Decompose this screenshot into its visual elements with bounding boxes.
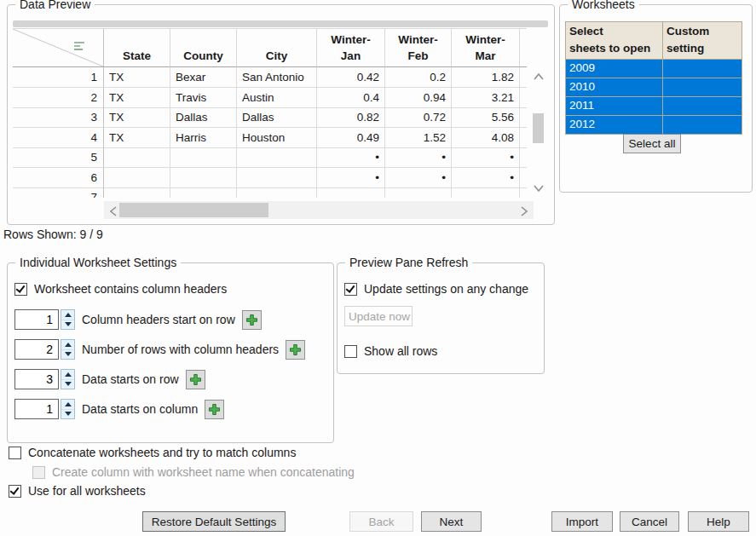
spinner-up-icon[interactable] bbox=[61, 340, 74, 349]
column-headers-start-row-input[interactable] bbox=[14, 309, 59, 330]
column-header-winter-jan[interactable]: Winter- Jan bbox=[317, 29, 385, 67]
column-header-winter-feb[interactable]: Winter- Feb bbox=[385, 29, 452, 67]
chevron-up-icon[interactable] bbox=[534, 73, 544, 80]
spinner-up-icon[interactable] bbox=[61, 370, 74, 379]
cell-winter-feb: 1.52 bbox=[385, 128, 452, 148]
spinner-up-icon[interactable] bbox=[61, 310, 74, 320]
spinner-down-icon[interactable] bbox=[61, 320, 74, 330]
next-button[interactable]: Next bbox=[421, 511, 482, 532]
cell-city: Austin bbox=[237, 88, 317, 108]
table-row[interactable]: 5 • • • bbox=[13, 147, 527, 168]
vertical-scrollbar-thumb[interactable] bbox=[533, 113, 544, 143]
spinner-label: Data starts on row bbox=[82, 372, 179, 386]
checkbox-checked[interactable] bbox=[344, 283, 357, 296]
worksheet-name: 2009 bbox=[566, 60, 663, 78]
custom-setting-cell bbox=[663, 78, 742, 96]
spinner-down-icon[interactable] bbox=[61, 379, 74, 389]
worksheet-row-2011[interactable]: 2011 bbox=[566, 96, 742, 115]
preview-pane-refresh-group: Preview Pane Refresh Update settings on … bbox=[337, 262, 545, 374]
worksheet-row-2009[interactable]: 2009 bbox=[566, 59, 742, 78]
individual-worksheet-settings-group: Individual Worksheet Settings Worksheet … bbox=[7, 262, 334, 443]
spinner-buttons bbox=[61, 339, 75, 360]
use-for-all-worksheets-checkbox[interactable]: Use for all worksheets bbox=[9, 484, 146, 498]
rows-shown-status: Rows Shown: 9 / 9 bbox=[3, 228, 103, 241]
chevron-right-icon[interactable] bbox=[521, 206, 528, 216]
checkbox-checked[interactable] bbox=[9, 485, 21, 498]
data-starts-on-row-setting: Data starts on row bbox=[14, 369, 205, 389]
worksheet-name: 2010 bbox=[566, 78, 663, 96]
worksheet-contains-headers-checkbox[interactable]: Worksheet contains column headers bbox=[14, 282, 227, 296]
spinner-up-icon[interactable] bbox=[61, 400, 74, 409]
column-headers-start-row-add-button[interactable] bbox=[242, 310, 262, 330]
restore-default-settings-button[interactable]: Restore Default Settings bbox=[142, 511, 286, 532]
table-row[interactable]: 7 bbox=[13, 187, 527, 198]
rows-with-headers-add-button[interactable] bbox=[286, 340, 305, 360]
cell-state: TX bbox=[104, 107, 170, 128]
cell-county: Harris bbox=[170, 128, 237, 148]
column-header-city[interactable]: City bbox=[237, 29, 317, 67]
spinner-label: Number of rows with column headers bbox=[82, 343, 279, 356]
cell-filler bbox=[520, 88, 527, 108]
vertical-scrollbar[interactable] bbox=[528, 66, 549, 197]
column-header-state[interactable]: State bbox=[104, 29, 170, 67]
table-row[interactable]: 3 TX Dallas Dallas 0.82 0.72 5.56 bbox=[13, 107, 527, 128]
worksheet-row-2010[interactable]: 2010 bbox=[566, 78, 742, 96]
cell-winter-feb: • bbox=[385, 147, 452, 168]
column-header-filler bbox=[520, 29, 527, 67]
data-starts-on-column-add-button[interactable] bbox=[205, 400, 224, 419]
spinner-buttons bbox=[61, 309, 75, 330]
spinner-down-icon[interactable] bbox=[61, 349, 74, 360]
worksheet-row-2012[interactable]: 2012 bbox=[566, 115, 742, 134]
spinner-down-icon[interactable] bbox=[61, 409, 74, 419]
table-row[interactable]: 6 • • • bbox=[13, 168, 527, 188]
chevron-down-icon[interactable] bbox=[534, 185, 544, 192]
chevron-left-icon[interactable] bbox=[110, 206, 117, 216]
table-row[interactable]: 1 TX Bexar San Antonio 0.42 0.2 1.82 bbox=[13, 67, 527, 88]
column-header-county[interactable]: County bbox=[170, 29, 237, 67]
checkbox-unchecked[interactable] bbox=[344, 345, 357, 358]
checkbox-label: Use for all worksheets bbox=[28, 484, 146, 498]
rows-with-headers-input[interactable] bbox=[14, 339, 59, 360]
cell-filler bbox=[520, 187, 527, 198]
data-preview-table: State County City Winter- Jan Winter- Fe… bbox=[13, 28, 527, 198]
concatenate-worksheets-checkbox[interactable]: Concatenate worksheets and try to match … bbox=[9, 446, 296, 459]
horizontal-scrollbar[interactable] bbox=[104, 201, 534, 219]
update-now-button[interactable]: Update now bbox=[344, 306, 413, 326]
cell-winter-mar: 1.82 bbox=[452, 67, 520, 88]
data-starts-on-row-input[interactable] bbox=[14, 369, 59, 389]
cell-city: Houston bbox=[237, 128, 317, 148]
select-all-button[interactable]: Select all bbox=[623, 134, 681, 153]
cell-county bbox=[170, 187, 237, 198]
update-settings-on-change-checkbox[interactable]: Update settings on any change bbox=[344, 282, 528, 296]
checkbox-disabled[interactable] bbox=[32, 466, 45, 479]
preview-refresh-title: Preview Pane Refresh bbox=[345, 255, 472, 270]
cell-state bbox=[104, 147, 170, 168]
column-resize-bar[interactable] bbox=[13, 20, 548, 27]
table-header-row: State County City Winter- Jan Winter- Fe… bbox=[13, 29, 527, 67]
horizontal-scrollbar-thumb[interactable] bbox=[119, 203, 268, 217]
row-number: 4 bbox=[13, 128, 104, 148]
checkbox-unchecked[interactable] bbox=[9, 447, 21, 459]
cell-winter-mar: 5.56 bbox=[452, 107, 520, 128]
cell-city bbox=[237, 187, 317, 198]
cell-winter-mar: 3.21 bbox=[452, 88, 520, 108]
checkbox-checked[interactable] bbox=[14, 283, 27, 296]
import-button[interactable]: Import bbox=[551, 511, 613, 532]
checkbox-label: Worksheet contains column headers bbox=[34, 282, 227, 296]
table-corner-cell[interactable] bbox=[13, 29, 104, 67]
help-button[interactable]: Help bbox=[688, 511, 749, 532]
data-starts-on-column-input[interactable] bbox=[14, 399, 59, 419]
show-all-rows-checkbox[interactable]: Show all rows bbox=[344, 344, 437, 358]
cell-winter-jan: • bbox=[317, 168, 385, 188]
table-row[interactable]: 2 TX Travis Austin 0.4 0.94 3.21 bbox=[13, 88, 527, 108]
plus-icon bbox=[288, 343, 303, 357]
back-button[interactable]: Back bbox=[349, 511, 413, 532]
column-header-winter-mar[interactable]: Winter- Mar bbox=[452, 29, 520, 67]
checkbox-label: Show all rows bbox=[364, 344, 437, 358]
table-row[interactable]: 4 TX Harris Houston 0.49 1.52 4.08 bbox=[13, 128, 527, 148]
custom-setting-cell bbox=[663, 97, 742, 115]
cancel-button[interactable]: Cancel bbox=[620, 511, 679, 532]
checkbox-label: Create column with worksheet name when c… bbox=[52, 465, 355, 479]
data-starts-on-row-add-button[interactable] bbox=[186, 370, 205, 389]
create-column-with-worksheet-name-checkbox[interactable]: Create column with worksheet name when c… bbox=[32, 465, 355, 479]
